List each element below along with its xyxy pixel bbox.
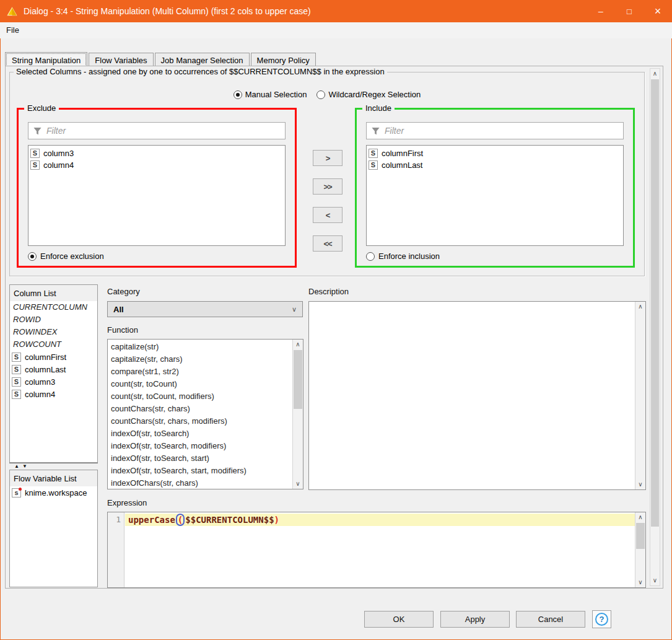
- expression-editor[interactable]: 1 upperCase($$CURRENTCOLUMN$$) ∧ ∨: [107, 512, 646, 588]
- tab-memory-policy[interactable]: Memory Policy: [251, 53, 316, 67]
- tab-flow-variables[interactable]: Flow Variables: [89, 53, 153, 67]
- tab-content-panel: Selected Columns - assigned one by one t…: [5, 66, 663, 589]
- manual-selection-radio[interactable]: Manual Selection: [233, 90, 307, 99]
- manual-selection-label: Manual Selection: [245, 90, 307, 99]
- scroll-up-icon[interactable]: ∧: [635, 512, 645, 522]
- scrollbar-thumb[interactable]: [651, 79, 659, 527]
- scroll-up-icon[interactable]: ∧: [293, 340, 303, 349]
- selection-mode-radios: Manual Selection Wildcard/Regex Selectio…: [10, 90, 644, 99]
- ok-button[interactable]: OK: [364, 611, 434, 628]
- function-item[interactable]: compare(str1, str2): [108, 366, 303, 378]
- list-item[interactable]: ROWCOUNT: [10, 338, 97, 351]
- include-filter-input[interactable]: [385, 126, 619, 136]
- splitter-down-icon[interactable]: ▼: [22, 463, 27, 469]
- include-panel: Include S columnFirst S columnLast: [355, 108, 635, 268]
- cancel-button[interactable]: Cancel: [516, 611, 585, 628]
- column-name: column4: [25, 390, 55, 399]
- function-item[interactable]: count(str, toCount): [108, 378, 303, 390]
- column-name: columnLast: [382, 160, 422, 170]
- minimize-button[interactable]: –: [587, 0, 615, 22]
- list-item[interactable]: CURRENTCOLUMN: [10, 301, 97, 313]
- list-item[interactable]: ROWID: [10, 313, 97, 326]
- category-dropdown[interactable]: All ∨: [107, 301, 303, 317]
- move-all-to-exclude-button[interactable]: <<: [313, 235, 343, 252]
- string-type-icon: S: [12, 390, 21, 399]
- expression-function-token: upperCase: [128, 515, 175, 525]
- column-list-panel: Column List CURRENTCOLUMN ROWID ROWINDEX…: [9, 284, 98, 463]
- close-button[interactable]: ×: [644, 0, 672, 22]
- enforce-exclusion-label: Enforce exclusion: [40, 252, 104, 261]
- move-all-to-include-button[interactable]: >>: [313, 178, 343, 195]
- string-type-icon: S: [30, 160, 40, 170]
- list-item[interactable]: S columnFirst: [367, 147, 623, 159]
- expression-code-line[interactable]: upperCase($$CURRENTCOLUMN$$): [125, 514, 635, 526]
- filter-icon: [33, 126, 42, 136]
- list-item[interactable]: S column3: [10, 375, 97, 388]
- scroll-down-icon[interactable]: ∨: [650, 576, 660, 585]
- column-name: columnFirst: [25, 353, 66, 362]
- enforce-inclusion-label: Enforce inclusion: [378, 252, 440, 261]
- category-value: All: [113, 305, 124, 314]
- tab-job-manager-selection[interactable]: Job Manager Selection: [155, 53, 250, 67]
- move-to-exclude-button[interactable]: <: [313, 207, 343, 223]
- list-item[interactable]: S column3: [28, 147, 285, 159]
- radio-selected-icon: [28, 252, 37, 261]
- scroll-up-icon[interactable]: ∧: [635, 302, 645, 312]
- list-item[interactable]: S columnFirst: [10, 351, 97, 363]
- flow-variable-icon: s: [12, 488, 21, 498]
- function-item[interactable]: indexOf(str, toSearch, modifiers): [108, 440, 303, 452]
- radio-selected-icon: [233, 90, 242, 99]
- function-item[interactable]: indexOf(str, toSearch): [108, 427, 303, 440]
- panel-splitter[interactable]: ▲▼: [9, 463, 98, 470]
- function-item[interactable]: indexOfChars(str, chars): [108, 477, 303, 489]
- splitter-up-icon[interactable]: ▲: [14, 463, 19, 469]
- scroll-down-icon[interactable]: ∨: [635, 577, 645, 587]
- list-item[interactable]: S columnLast: [367, 159, 623, 171]
- description-label: Description: [308, 287, 349, 296]
- tab-bar: String Manipulation Flow Variables Job M…: [5, 52, 317, 67]
- enforce-inclusion-radio[interactable]: Enforce inclusion: [366, 252, 440, 261]
- maximize-button[interactable]: □: [615, 0, 644, 22]
- exclude-panel: Exclude S column3 S column4: [17, 108, 297, 268]
- list-item[interactable]: S columnLast: [10, 363, 97, 375]
- function-item[interactable]: capitalize(str, chars): [108, 353, 303, 366]
- enforce-exclusion-radio[interactable]: Enforce exclusion: [28, 252, 104, 261]
- column-name: columnLast: [25, 365, 66, 374]
- string-type-icon: S: [12, 365, 21, 374]
- scrollbar-thumb[interactable]: [636, 523, 645, 549]
- title-bar: Dialog - 3:4 - String Manipulation (Mult…: [0, 0, 672, 22]
- menu-file[interactable]: File: [0, 22, 25, 37]
- list-item[interactable]: s knime.workspace: [10, 486, 97, 499]
- selected-columns-group: Selected Columns - assigned one by one t…: [9, 72, 645, 276]
- function-list-scrollbar: ∧ ∨: [292, 340, 303, 489]
- scroll-up-icon[interactable]: ∧: [650, 69, 660, 79]
- expression-open-paren: (: [176, 514, 185, 526]
- string-type-icon: S: [369, 149, 378, 158]
- move-to-include-button[interactable]: >: [313, 150, 343, 166]
- list-item[interactable]: S column4: [10, 388, 97, 400]
- list-item[interactable]: ROWINDEX: [10, 326, 97, 338]
- column-name: column4: [43, 160, 74, 170]
- wildcard-regex-selection-radio[interactable]: Wildcard/Regex Selection: [316, 90, 421, 99]
- exclude-filter-input[interactable]: [46, 126, 281, 136]
- dialog-window: Dialog - 3:4 - String Manipulation (Mult…: [0, 0, 672, 640]
- include-title: Include: [362, 103, 395, 113]
- category-label: Category: [107, 287, 140, 296]
- list-item[interactable]: S column4: [28, 159, 285, 171]
- apply-button[interactable]: Apply: [440, 611, 510, 628]
- help-button[interactable]: ?: [592, 610, 611, 628]
- function-item[interactable]: countChars(str, chars): [108, 403, 303, 415]
- function-item[interactable]: capitalize(str): [108, 341, 303, 353]
- flow-variable-list-panel: Flow Variable List s knime.workspace: [9, 470, 98, 587]
- scroll-down-icon[interactable]: ∨: [293, 479, 303, 489]
- scrollbar-thumb[interactable]: [294, 350, 302, 409]
- function-item[interactable]: count(str, toCount, modifiers): [108, 390, 303, 403]
- radio-unselected-icon: [366, 252, 375, 261]
- description-box: ∧ ∨: [308, 301, 646, 490]
- string-type-icon: S: [30, 149, 40, 158]
- scroll-down-icon[interactable]: ∨: [635, 480, 645, 489]
- function-item[interactable]: indexOf(str, toSearch, start, modifiers): [108, 465, 303, 477]
- function-item[interactable]: indexOf(str, toSearch, start): [108, 452, 303, 465]
- filter-icon: [371, 126, 380, 136]
- function-item[interactable]: countChars(str, chars, modifiers): [108, 415, 303, 427]
